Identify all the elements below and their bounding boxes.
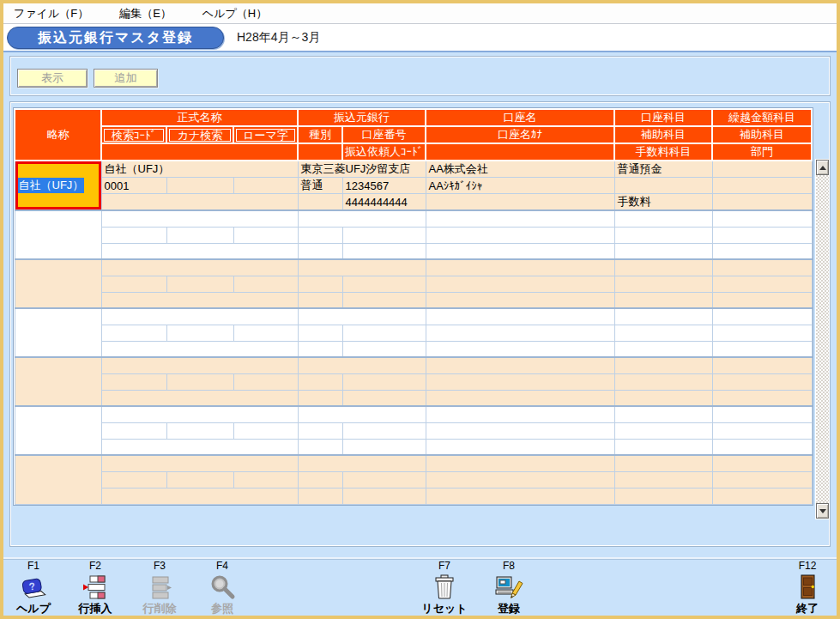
cell-kensaku-code[interactable] bbox=[101, 471, 166, 488]
cell-blank[interactable] bbox=[426, 488, 614, 504]
cell-hojo-kamoku[interactable] bbox=[614, 471, 712, 488]
cell-tesuryo-kamoku[interactable] bbox=[614, 439, 712, 455]
cell-blank[interactable] bbox=[101, 488, 298, 504]
cell-blank[interactable] bbox=[298, 292, 342, 308]
cell-roma-ji[interactable] bbox=[233, 227, 298, 243]
cell-seishiki-meisho[interactable] bbox=[101, 210, 298, 227]
cell-hojo-kamoku-2[interactable] bbox=[712, 178, 812, 194]
cell-koza-mei[interactable] bbox=[426, 259, 614, 276]
cell-furikomi-irainin-code[interactable] bbox=[342, 390, 426, 406]
cell-blank[interactable] bbox=[298, 243, 342, 259]
cell-kensaku-code[interactable] bbox=[101, 276, 166, 292]
cell-seishiki-meisho[interactable] bbox=[101, 455, 298, 471]
cell-shubetsu[interactable] bbox=[298, 227, 342, 243]
cell-koza-mei-kana[interactable] bbox=[426, 373, 614, 390]
cell-furikomi-irainin-code[interactable] bbox=[342, 341, 426, 357]
cell-blank[interactable] bbox=[298, 439, 342, 455]
cell-hojo-kamoku-2[interactable] bbox=[712, 227, 812, 243]
cell-koza-mei[interactable] bbox=[426, 357, 614, 373]
scroll-down-button[interactable] bbox=[816, 503, 829, 519]
cell-hojo-kamoku[interactable] bbox=[614, 422, 712, 439]
cell-koza-kamoku[interactable] bbox=[614, 308, 712, 325]
cell-blank[interactable] bbox=[101, 243, 298, 259]
cell-bumon[interactable] bbox=[712, 488, 812, 504]
cell-kurikoshi-kingaku-kamoku[interactable] bbox=[712, 308, 812, 325]
cell-koza-mei[interactable]: AA株式会社 bbox=[426, 161, 614, 178]
cell-blank[interactable] bbox=[426, 194, 614, 211]
cell-kurikoshi-kingaku-kamoku[interactable] bbox=[712, 455, 812, 471]
cell-ryakusho[interactable] bbox=[15, 308, 101, 357]
cell-koza-kamoku[interactable] bbox=[614, 357, 712, 373]
cell-kana-kensaku[interactable] bbox=[166, 422, 233, 439]
cell-koza-kamoku[interactable] bbox=[614, 210, 712, 227]
cell-tesuryo-kamoku[interactable] bbox=[614, 390, 712, 406]
cell-koza-mei[interactable] bbox=[426, 210, 614, 227]
cell-blank[interactable] bbox=[101, 341, 298, 357]
cell-kana-kensaku[interactable] bbox=[166, 227, 233, 243]
cell-seishiki-meisho[interactable]: 自社（UFJ） bbox=[101, 161, 298, 178]
cell-koza-bango[interactable] bbox=[342, 422, 426, 439]
cell-furikomimoto-ginko[interactable] bbox=[298, 308, 426, 325]
header-kana-kensaku-button[interactable]: カナ検索 bbox=[166, 126, 233, 143]
cell-koza-mei-kana[interactable] bbox=[426, 422, 614, 439]
add-button[interactable]: 追加 bbox=[94, 69, 158, 88]
cell-koza-bango[interactable] bbox=[342, 325, 426, 341]
cell-blank[interactable] bbox=[298, 194, 342, 211]
fn-help-button[interactable]: F1 ? ヘルプ bbox=[5, 561, 62, 615]
cell-kana-kensaku[interactable] bbox=[166, 276, 233, 292]
cell-koza-bango[interactable] bbox=[342, 276, 426, 292]
cell-kensaku-code[interactable]: 0001 bbox=[101, 178, 166, 194]
cell-koza-mei-kana[interactable] bbox=[426, 276, 614, 292]
cell-blank[interactable] bbox=[426, 439, 614, 455]
cell-blank[interactable] bbox=[298, 488, 342, 504]
cell-bumon[interactable] bbox=[712, 292, 812, 308]
cell-koza-mei-kana[interactable] bbox=[426, 471, 614, 488]
cell-tesuryo-kamoku[interactable] bbox=[614, 341, 712, 357]
cell-tesuryo-kamoku[interactable] bbox=[614, 292, 712, 308]
cell-shubetsu[interactable] bbox=[298, 471, 342, 488]
header-roma-ji-button[interactable]: ローマ字 bbox=[233, 126, 298, 143]
cell-kurikoshi-kingaku-kamoku[interactable] bbox=[712, 357, 812, 373]
cell-blank[interactable] bbox=[101, 292, 298, 308]
cell-koza-bango[interactable]: 1234567 bbox=[342, 178, 426, 194]
cell-furikomi-irainin-code[interactable] bbox=[342, 292, 426, 308]
header-kensaku-code-button[interactable]: 検索ｺｰﾄﾞ bbox=[101, 126, 166, 143]
cell-ryakusho[interactable] bbox=[15, 455, 101, 504]
cell-koza-kamoku[interactable] bbox=[614, 259, 712, 276]
cell-blank[interactable] bbox=[426, 341, 614, 357]
cell-ryakusho[interactable] bbox=[15, 210, 101, 259]
cell-roma-ji[interactable] bbox=[233, 178, 298, 194]
cell-shubetsu[interactable] bbox=[298, 422, 342, 439]
cell-roma-ji[interactable] bbox=[233, 276, 298, 292]
cell-tesuryo-kamoku[interactable] bbox=[614, 243, 712, 259]
cell-kana-kensaku[interactable] bbox=[166, 178, 233, 194]
cell-blank[interactable] bbox=[426, 292, 614, 308]
fn-register-button[interactable]: F8 登録 bbox=[480, 561, 537, 615]
cell-kurikoshi-kingaku-kamoku[interactable] bbox=[712, 210, 812, 227]
cell-hojo-kamoku-2[interactable] bbox=[712, 325, 812, 341]
cell-ryakusho[interactable]: 自社（UFJ） bbox=[15, 161, 101, 210]
cell-ryakusho[interactable] bbox=[15, 357, 101, 406]
cell-kensaku-code[interactable] bbox=[101, 422, 166, 439]
cell-shubetsu[interactable]: 普通 bbox=[298, 178, 342, 194]
cell-ryakusho[interactable] bbox=[15, 259, 101, 308]
cell-koza-bango[interactable] bbox=[342, 373, 426, 390]
cell-hojo-kamoku-2[interactable] bbox=[712, 276, 812, 292]
cell-blank[interactable] bbox=[426, 390, 614, 406]
cell-hojo-kamoku[interactable] bbox=[614, 276, 712, 292]
menu-file[interactable]: ファイル（F） bbox=[11, 4, 91, 23]
cell-hojo-kamoku[interactable] bbox=[614, 373, 712, 390]
cell-koza-mei[interactable] bbox=[426, 455, 614, 471]
cell-kurikoshi-kingaku-kamoku[interactable] bbox=[712, 161, 812, 178]
cell-seishiki-meisho[interactable] bbox=[101, 259, 298, 276]
cell-koza-kamoku[interactable]: 普通預金 bbox=[614, 161, 712, 178]
cell-furikomimoto-ginko[interactable] bbox=[298, 455, 426, 471]
cell-koza-mei-kana[interactable] bbox=[426, 325, 614, 341]
cell-koza-mei-kana[interactable]: AAｼｷｶﾞｲｼｬ bbox=[426, 178, 614, 194]
cell-koza-mei-kana[interactable] bbox=[426, 227, 614, 243]
cell-seishiki-meisho[interactable] bbox=[101, 406, 298, 422]
cell-bumon[interactable] bbox=[712, 439, 812, 455]
cell-kensaku-code[interactable] bbox=[101, 227, 166, 243]
cell-furikomi-irainin-code[interactable] bbox=[342, 243, 426, 259]
cell-kana-kensaku[interactable] bbox=[166, 373, 233, 390]
